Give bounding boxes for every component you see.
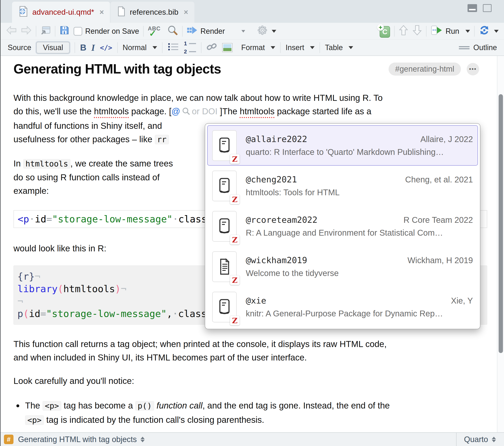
rstudio-source-pane: advanced-ui.qmd* × references.bib × (0, 0, 504, 446)
editor-canvas[interactable]: Generating HTML with tag objects #genera… (1, 56, 504, 432)
citation-title: htmltools: Tools for HTML (246, 188, 473, 197)
zotero-badge: Z (230, 154, 240, 164)
render-dropdown-caret[interactable] (241, 30, 245, 33)
citation-title: knitr: A General-Purpose Package for Dyn… (246, 309, 473, 318)
rerun-dropdown-caret[interactable] (494, 30, 499, 33)
book-icon: Z (212, 171, 237, 201)
rerun-icon[interactable] (479, 25, 490, 37)
outline-toggle[interactable]: Outline (459, 36, 497, 59)
citation-search-icon (182, 107, 190, 117)
dropdown-caret (153, 46, 157, 49)
run-label: Run (446, 27, 459, 36)
render-on-save-checkbox[interactable] (73, 27, 82, 36)
citation-author: Cheng, et al. 2021 (405, 175, 473, 184)
bullet-list-item: The <p> tag has become a p() function ca… (14, 399, 479, 427)
table-menu[interactable]: Table (325, 43, 353, 52)
zotero-badge: Z (230, 316, 240, 325)
citation-key: @allaire2022 (246, 134, 307, 144)
insert-chunk-button[interactable]: C + (378, 25, 390, 38)
book-icon: Z (212, 130, 237, 161)
inline-code: htmltools (23, 159, 71, 169)
plus-icon: + (377, 24, 384, 31)
file-icon (116, 6, 126, 19)
quarto-file-icon (18, 6, 28, 19)
citation-item-cheng2021[interactable]: Z @cheng2021Cheng, et al. 2021 htmltools… (207, 166, 478, 206)
link-icon[interactable] (206, 41, 217, 54)
section-hash-icon: # (4, 435, 14, 444)
bullet-list-icon[interactable] (167, 42, 179, 53)
spellcheck-icon[interactable]: ABC ✓ (148, 25, 163, 37)
citation-item-rcoreteam2022[interactable]: Z @rcoreteam2022R Core Team 2022 R: A La… (207, 206, 478, 246)
inline-code-button[interactable]: </> (100, 44, 112, 52)
forward-icon[interactable] (21, 26, 32, 37)
bold-button[interactable]: B (80, 43, 86, 52)
zotero-badge: Z (230, 235, 240, 244)
back-icon[interactable] (6, 26, 17, 37)
inline-code: <p> (42, 401, 61, 411)
format-menu[interactable]: Format (241, 43, 275, 52)
gear-dropdown-caret[interactable] (272, 30, 276, 33)
main-toolbar: Render on Save ABC ✓ Render C + (1, 23, 504, 40)
format-toolbar: Source Visual B I </> Normal 1 2 Format … (1, 40, 504, 56)
italic-button[interactable]: I (91, 42, 95, 53)
source-mode-button[interactable]: Source (8, 43, 31, 52)
status-bar: # Generating HTML with tag objects Quart… (1, 432, 504, 446)
zotero-badge: Z (230, 275, 240, 285)
scrollbar-thumb[interactable] (499, 94, 503, 353)
outline-icon (459, 36, 470, 59)
gear-icon[interactable] (257, 25, 268, 37)
insert-menu[interactable]: Insert (286, 43, 315, 52)
citation-title: quarto: R Interface to 'Quarto' Markdown… (246, 147, 473, 157)
inline-code: p() (135, 401, 154, 411)
render-label: Render (200, 27, 225, 36)
run-icon (431, 25, 443, 37)
citation-author: R Core Team 2022 (403, 215, 473, 225)
more-options-button[interactable]: ••• (467, 63, 479, 75)
citation-author: Xie, Y (451, 296, 473, 305)
open-in-new-window-icon[interactable] (40, 25, 51, 37)
dropdown-caret (349, 46, 353, 49)
run-button[interactable]: Run (431, 25, 470, 37)
citation-item-allaire2022[interactable]: Z @allaire2022Allaire, J 2022 quarto: R … (207, 125, 478, 166)
render-on-save-label: Render on Save (85, 27, 139, 36)
document-mode-selector[interactable]: Quarto (456, 433, 503, 446)
save-icon[interactable] (59, 25, 70, 37)
maximize-pane-icon[interactable] (483, 4, 492, 12)
visual-mode-button[interactable]: Visual (36, 42, 70, 53)
citation-author: Wickham, H 2019 (407, 256, 473, 265)
citation-completion-popup: Z @allaire2022Allaire, J 2022 quarto: R … (205, 123, 480, 329)
tab-bar: advanced-ui.qmd* × references.bib × (1, 0, 504, 23)
inline-code: rr (155, 135, 169, 144)
citation-item-xie[interactable]: Z @xieXie, Y knitr: A General-Purpose Pa… (207, 287, 478, 327)
tab-advanced-ui-qmd[interactable]: advanced-ui.qmd* × (12, 2, 110, 23)
render-icon (187, 25, 198, 37)
section-selector-arrows-icon[interactable] (141, 437, 145, 442)
numbered-list-icon[interactable]: 1 2 (184, 40, 196, 55)
book-icon: Z (212, 292, 237, 322)
minimize-pane-icon[interactable] (468, 4, 477, 12)
paragraph-style-dropdown[interactable]: Normal (123, 43, 157, 52)
run-dropdown-caret[interactable] (466, 30, 470, 33)
jump-down-icon[interactable] (413, 25, 422, 38)
close-tab-icon[interactable]: × (184, 8, 188, 17)
render-on-save-toggle[interactable]: Render on Save (73, 27, 139, 36)
pane-window-controls (468, 4, 492, 12)
vertical-scrollbar[interactable] (497, 56, 504, 432)
citation-key: @rcoreteam2022 (246, 215, 318, 225)
close-tab-icon[interactable]: × (99, 8, 104, 17)
mode-selector-arrows-icon (492, 437, 496, 442)
citation-key: @cheng2021 (246, 174, 297, 185)
render-button[interactable]: Render (187, 25, 225, 37)
tab-label: references.bib (130, 8, 178, 17)
citation-author: Allaire, J 2022 (420, 135, 473, 144)
search-icon[interactable] (167, 25, 178, 37)
image-icon[interactable] (222, 43, 233, 52)
citation-item-wickham2019[interactable]: Z @wickham2019Wickham, H 2019 Welcome to… (207, 246, 478, 287)
bullet-marker (16, 404, 19, 407)
citation-key: @wickham2019 (246, 255, 307, 265)
tab-references-bib[interactable]: references.bib × (110, 2, 194, 23)
citation-title: Welcome to the tidyverse (246, 269, 473, 278)
current-section-selector[interactable]: Generating HTML with tag objects (18, 435, 137, 444)
jump-up-icon[interactable] (399, 25, 408, 38)
citation-key: @xie (246, 296, 266, 306)
